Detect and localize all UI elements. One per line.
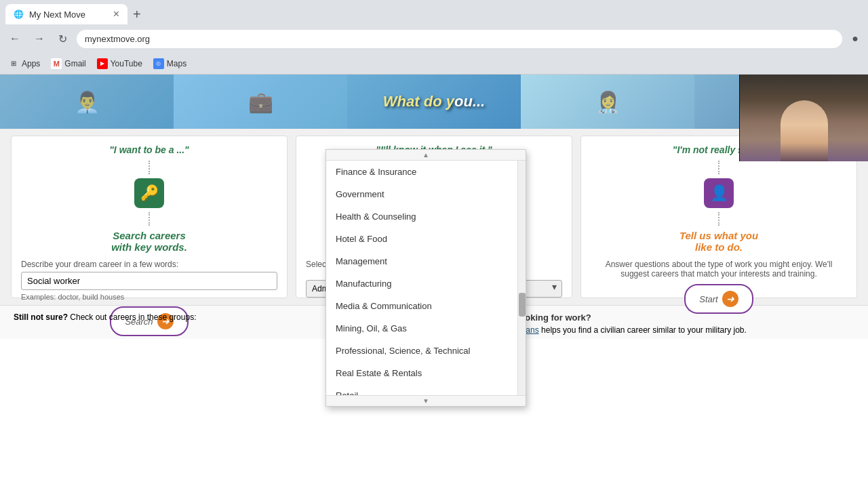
gmail-icon: M [51, 58, 62, 69]
still-not-sure-label: Still not sure? [14, 312, 68, 322]
scrollbar-thumb[interactable] [519, 293, 526, 317]
dropdown-item-media[interactable]: Media & Communication [326, 295, 526, 317]
address-input[interactable] [77, 30, 842, 48]
start-button[interactable]: Start ➜ [684, 284, 753, 314]
apps-icon: ⊞ [8, 58, 19, 69]
scroll-down-indicator: ▼ [326, 395, 526, 406]
back-button[interactable]: ← [5, 30, 24, 47]
page-content: 👨‍💼 💼 What do you... 👩‍⚕️ 🔧 "I want to b… [0, 75, 868, 488]
bookmark-gmail-label: Gmail [64, 59, 85, 68]
bookmark-maps-label: Maps [167, 59, 186, 68]
hero-text: What do y [383, 93, 454, 110]
bookmarks-bar: ⊞ Apps M Gmail ▶ YouTube ◎ Maps [0, 53, 868, 75]
dropdown-item-hotel[interactable]: Hotel & Food [326, 228, 526, 250]
card1-heading: "I want to be a ..." [21, 144, 277, 155]
youtube-icon: ▶ [97, 58, 108, 69]
new-tab-button[interactable]: + [127, 7, 146, 22]
browser-chrome: 🌐 My Next Move × + ← → ↻ ● ⊞ Apps M Gmai… [0, 0, 868, 75]
tab-bar: 🌐 My Next Move × + [0, 0, 868, 24]
dropdown-item-realestate[interactable]: Real Estate & Rentals [326, 362, 526, 384]
hero-text2: ou... [454, 93, 485, 110]
dropdown-item-finance[interactable]: Finance & Insurance [326, 161, 526, 183]
search-card-icon: 🔑 [134, 178, 164, 208]
card1-body: Describe your dream career in a few word… [21, 260, 178, 269]
reload-button[interactable]: ↻ [54, 30, 71, 48]
veteran-text: helps you find a civilian career similar… [541, 325, 747, 335]
bottom-left-text: Check out careers in these groups: [70, 312, 196, 322]
address-bar: ← → ↻ ● [0, 24, 868, 53]
dropdown-item-government[interactable]: Government [326, 183, 526, 205]
bookmark-youtube-label: YouTube [111, 59, 142, 68]
banner-img-2: 💼 [174, 75, 347, 129]
active-tab[interactable]: 🌐 My Next Move × [5, 4, 127, 24]
scroll-up-indicator: ▲ [326, 150, 526, 161]
extensions-button[interactable]: ● [848, 30, 863, 47]
webcam-person-silhouette [781, 100, 828, 161]
banner-img-3: 👩‍⚕️ [521, 75, 694, 129]
dropdown-item-health[interactable]: Health & Counseling [326, 205, 526, 228]
banner-img-1: 👨‍💼 [0, 75, 174, 129]
bookmark-gmail[interactable]: M Gmail [51, 58, 85, 69]
search-card: "I want to be a ..." 🔑 Search careerswit… [11, 136, 288, 298]
dropdown-list: Finance & Insurance Government Health & … [326, 161, 526, 401]
start-btn-arrow-icon: ➜ [722, 291, 738, 307]
bookmark-maps[interactable]: ◎ Maps [153, 58, 186, 69]
bookmark-youtube[interactable]: ▶ YouTube [97, 58, 142, 69]
webcam-box [739, 75, 868, 161]
tab-close-button[interactable]: × [113, 9, 119, 20]
card1-hint: Examples: doctor, build houses [21, 293, 124, 301]
card1-title: Search careerswith key words. [21, 230, 277, 253]
industry-dropdown[interactable]: ▲ Finance & Insurance Government Health … [326, 149, 526, 407]
dropdown-item-management[interactable]: Management [326, 250, 526, 272]
dropdown-item-mining[interactable]: Mining, Oil, & Gas [326, 317, 526, 340]
webcam-feed [740, 75, 868, 161]
start-btn-label: Start [699, 294, 717, 304]
banner-img-hero: What do you... [347, 75, 521, 129]
maps-icon: ◎ [153, 58, 164, 69]
tab-title: My Next Move [29, 9, 108, 20]
card3-title: Tell us what youlike to do. [591, 230, 847, 253]
scrollbar-track [517, 161, 526, 401]
bookmark-apps-label: Apps [22, 59, 40, 68]
forward-button[interactable]: → [30, 30, 49, 47]
dropdown-item-professional[interactable]: Professional, Science, & Technical [326, 340, 526, 362]
card3-body: Answer questions about the type of work … [591, 260, 847, 279]
image-banner: 👨‍💼 💼 What do you... 👩‍⚕️ 🔧 [0, 75, 868, 129]
interests-card-icon: 👤 [704, 178, 734, 208]
bookmark-apps[interactable]: ⊞ Apps [8, 58, 40, 69]
tab-favicon: 🌐 [14, 9, 24, 19]
dropdown-item-manufacturing[interactable]: Manufacturing [326, 272, 526, 295]
search-input[interactable] [21, 272, 277, 290]
